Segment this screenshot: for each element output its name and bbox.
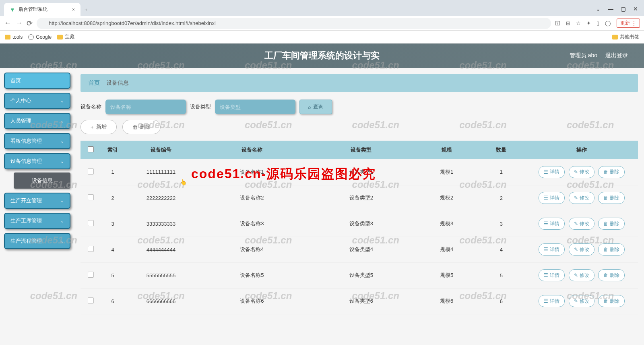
edit-button[interactable]: ✎ 修改 bbox=[569, 218, 594, 230]
reading-list-icon[interactable]: ▯ bbox=[597, 20, 599, 26]
close-window-icon[interactable]: ✕ bbox=[633, 6, 638, 12]
cell-scale: 规模5 bbox=[416, 262, 477, 288]
detail-button[interactable]: ☰ 详情 bbox=[539, 166, 565, 178]
sidebar-item-1[interactable]: 个人中心⌄ bbox=[4, 93, 70, 109]
app-body: 首页个人中心⌄人员管理⌄看板信息管理⌄设备信息管理⌄设备信息生产开立管理⌄生产工… bbox=[0, 68, 644, 345]
watermark-red: code51.cn-源码乐园盗图必究 bbox=[191, 165, 376, 183]
cell-index: 5 bbox=[101, 262, 125, 288]
detail-button[interactable]: ☰ 详情 bbox=[539, 269, 565, 281]
detail-button[interactable]: ☰ 详情 bbox=[539, 218, 565, 230]
delete-row-button[interactable]: 🗑 删除 bbox=[598, 166, 625, 178]
submenu-device-info[interactable]: 设备信息 bbox=[14, 172, 70, 189]
delete-row-button[interactable]: 🗑 删除 bbox=[598, 218, 625, 230]
cell-scale: 规模6 bbox=[416, 288, 477, 314]
trash-icon: 🗑 bbox=[603, 247, 608, 252]
forward-button: → bbox=[15, 19, 23, 27]
sidebar-item-3[interactable]: 看板信息管理⌄ bbox=[4, 133, 70, 149]
cell-name: 设备名称5 bbox=[197, 262, 307, 288]
sidebar-item-label: 生产工序管理 bbox=[10, 217, 42, 224]
other-bookmarks[interactable]: 其他书签 bbox=[612, 33, 639, 40]
select-all-checkbox[interactable] bbox=[88, 146, 94, 152]
cell-ops: ☰ 详情 ✎ 修改 🗑 删除 bbox=[525, 159, 638, 185]
row-checkbox[interactable] bbox=[88, 168, 94, 175]
row-checkbox[interactable] bbox=[88, 297, 94, 303]
detail-button[interactable]: ☰ 详情 bbox=[539, 192, 565, 204]
cell-index: 1 bbox=[101, 159, 125, 185]
row-checkbox[interactable] bbox=[88, 194, 94, 200]
delete-row-button[interactable]: 🗑 删除 bbox=[598, 269, 625, 281]
reload-button[interactable]: ⟳ bbox=[27, 19, 33, 28]
cell-ops: ☰ 详情 ✎ 修改 🗑 删除 bbox=[525, 237, 638, 262]
detail-button[interactable]: ☰ 详情 bbox=[539, 243, 565, 256]
sidebar-item-4[interactable]: 设备信息管理⌄ bbox=[4, 153, 70, 169]
cell-scale: 规模1 bbox=[416, 159, 477, 185]
edit-button[interactable]: ✎ 修改 bbox=[569, 269, 594, 281]
trash-icon: 🗑 bbox=[603, 169, 608, 175]
cell-type: 设备类型5 bbox=[307, 262, 416, 288]
trash-icon: 🗑 bbox=[132, 124, 138, 130]
browser-tab[interactable]: ▼ 后台管理系统 × bbox=[4, 3, 80, 16]
cell-scale: 规模4 bbox=[416, 237, 477, 262]
app-header: 工厂车间管理系统的设计与实 管理员 abo 退出登录 bbox=[0, 44, 644, 68]
search-button[interactable]: ⌕ 查询 bbox=[299, 100, 332, 114]
type-filter-input[interactable] bbox=[215, 100, 295, 114]
row-checkbox[interactable] bbox=[88, 220, 94, 226]
name-filter-input[interactable] bbox=[105, 100, 186, 114]
chevron-down-icon: ⌄ bbox=[60, 98, 64, 104]
bookmark-baozang[interactable]: 宝藏 bbox=[57, 33, 74, 40]
cell-index: 3 bbox=[101, 211, 125, 237]
edit-button[interactable]: ✎ 修改 bbox=[569, 166, 594, 178]
logout-link[interactable]: 退出登录 bbox=[605, 52, 628, 59]
list-icon: ☰ bbox=[544, 298, 548, 304]
row-checkbox[interactable] bbox=[88, 246, 94, 252]
sidebar-item-5[interactable]: 生产开立管理⌄ bbox=[4, 193, 70, 209]
row-checkbox[interactable] bbox=[88, 272, 94, 278]
sidebar-item-2[interactable]: 人员管理⌄ bbox=[4, 113, 70, 129]
name-filter-label: 设备名称 bbox=[80, 103, 101, 110]
delete-button[interactable]: 🗑删除 bbox=[122, 120, 161, 134]
table-row: 3 3333333333 设备名称3 设备类型3 规模3 3 ☰ 详情 ✎ 修改… bbox=[80, 211, 638, 237]
page-title: 工厂车间管理系统的设计与实 bbox=[264, 50, 380, 62]
globe-icon bbox=[28, 34, 34, 40]
cell-qty: 4 bbox=[477, 237, 525, 262]
minimize-icon[interactable]: — bbox=[608, 6, 613, 12]
delete-row-button[interactable]: 🗑 删除 bbox=[598, 295, 625, 307]
url-input[interactable] bbox=[37, 18, 551, 29]
detail-button[interactable]: ☰ 详情 bbox=[539, 295, 565, 307]
chevron-down-icon: ⌄ bbox=[60, 159, 64, 164]
user-label[interactable]: 管理员 abo bbox=[570, 52, 597, 59]
bookmark-tools[interactable]: tools bbox=[5, 34, 23, 40]
key-icon[interactable]: ⚿ bbox=[555, 20, 560, 26]
chevron-down-icon[interactable]: ⌄ bbox=[596, 6, 601, 12]
translate-icon[interactable]: ⊞ bbox=[566, 20, 570, 26]
edit-icon: ✎ bbox=[574, 169, 578, 175]
new-tab-button[interactable]: + bbox=[80, 4, 92, 16]
update-button[interactable]: 更新 ⋮ bbox=[617, 19, 640, 28]
address-bar: ← → ⟳ ⓘ ⚿ ⊞ ☆ ✦ ▯ ◯ 更新 ⋮ bbox=[0, 16, 644, 31]
table-row: 2 2222222222 设备名称2 设备类型2 规模2 2 ☰ 详情 ✎ 修改… bbox=[80, 185, 638, 211]
star-icon[interactable]: ☆ bbox=[576, 20, 581, 26]
profile-icon[interactable]: ◯ bbox=[605, 20, 611, 26]
breadcrumb-home[interactable]: 首页 bbox=[89, 79, 100, 87]
cell-qty: 1 bbox=[477, 159, 525, 185]
bookmark-google[interactable]: Google bbox=[28, 34, 52, 40]
extensions-icon[interactable]: ✦ bbox=[586, 20, 591, 26]
sidebar-item-0[interactable]: 首页 bbox=[4, 73, 70, 89]
maximize-icon[interactable]: ▢ bbox=[621, 6, 626, 12]
plus-icon: + bbox=[91, 124, 94, 130]
back-button[interactable]: ← bbox=[4, 19, 11, 27]
sidebar-item-7[interactable]: 生产流程管理⌄ bbox=[4, 233, 70, 249]
edit-button[interactable]: ✎ 修改 bbox=[569, 192, 594, 204]
col-scale: 规模 bbox=[416, 141, 477, 159]
cell-code: 5555555555 bbox=[125, 262, 197, 288]
add-button[interactable]: +新增 bbox=[80, 120, 117, 134]
sidebar-item-6[interactable]: 生产工序管理⌄ bbox=[4, 213, 70, 229]
edit-button[interactable]: ✎ 修改 bbox=[569, 295, 594, 307]
col-ops: 操作 bbox=[525, 141, 638, 159]
close-tab-icon[interactable]: × bbox=[72, 7, 75, 12]
chevron-down-icon: ⌄ bbox=[60, 218, 64, 224]
delete-row-button[interactable]: 🗑 删除 bbox=[598, 192, 625, 204]
cell-type: 设备类型4 bbox=[307, 237, 416, 262]
edit-button[interactable]: ✎ 修改 bbox=[569, 243, 594, 256]
delete-row-button[interactable]: 🗑 删除 bbox=[598, 243, 625, 256]
